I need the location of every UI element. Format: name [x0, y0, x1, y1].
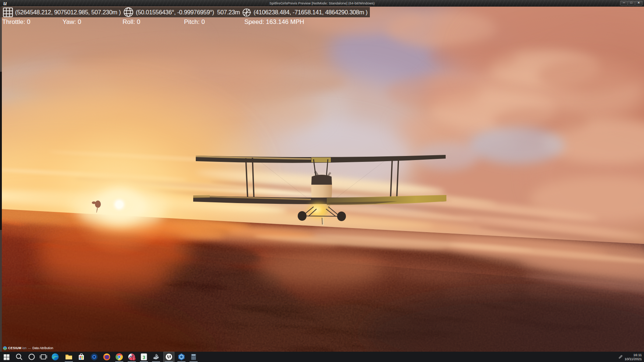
- svg-text:2: 2: [133, 357, 135, 360]
- svg-text:3: 3: [142, 355, 145, 360]
